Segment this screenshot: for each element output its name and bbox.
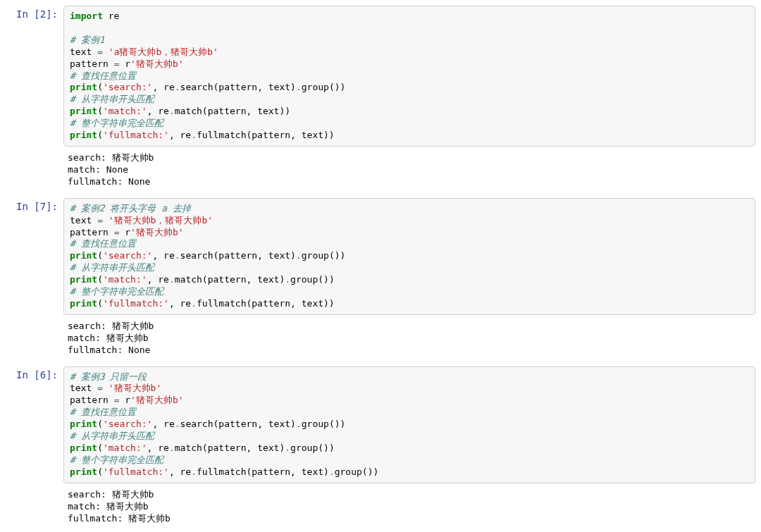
- code-text: , re: [147, 274, 169, 285]
- string: 'match:': [103, 443, 147, 453]
- comment: # 案例1: [70, 35, 104, 45]
- code-text: , re: [147, 106, 169, 116]
- operator: .: [175, 250, 180, 261]
- string: 'fullmatch:': [103, 466, 169, 477]
- code-text: pattern: [70, 227, 114, 237]
- operator: =: [97, 383, 103, 393]
- code-text: group()): [302, 419, 346, 429]
- operator: .: [296, 250, 302, 261]
- code-text: fullmatch(pattern, text): [197, 466, 329, 477]
- input-prompt: In [6]:: [6, 366, 63, 483]
- output-prompt: .: [6, 149, 63, 195]
- comment: # 整个字符串完全匹配: [70, 454, 163, 465]
- builtin: print: [70, 250, 97, 261]
- code-text: , re: [147, 443, 169, 453]
- code-text: r: [119, 395, 130, 405]
- code-text: [103, 215, 109, 225]
- operator: .: [191, 466, 197, 477]
- code-text: , re: [152, 419, 174, 429]
- code-text: , re: [169, 466, 191, 477]
- string: '猪哥大帅b': [130, 58, 183, 69]
- operator: .: [169, 274, 175, 285]
- code-text: fullmatch(pattern, text)): [197, 298, 335, 309]
- code-text: , re: [152, 250, 174, 261]
- output-prompt: .: [6, 318, 63, 364]
- code-text: re: [103, 11, 119, 21]
- comment: # 整个字符串完全匹配: [70, 286, 163, 297]
- code-text: r: [119, 227, 130, 237]
- code-text: , re: [152, 82, 174, 92]
- code-text: (: [97, 82, 103, 92]
- operator: .: [175, 82, 180, 92]
- code-input[interactable]: # 案例3 只留一段 text = '猪哥大帅b' pattern = r'猪哥…: [63, 366, 755, 483]
- operator: .: [285, 443, 290, 453]
- builtin: print: [70, 466, 97, 477]
- code-text: group()): [302, 250, 346, 261]
- code-text: (: [97, 130, 103, 140]
- operator: =: [97, 215, 103, 225]
- builtin: print: [70, 106, 97, 116]
- code-text: (: [97, 466, 103, 477]
- string: 'search:': [103, 82, 152, 92]
- keyword: import: [70, 11, 103, 21]
- builtin: print: [70, 130, 97, 140]
- builtin: print: [70, 274, 97, 285]
- string: '猪哥大帅b': [130, 227, 183, 237]
- comment: # 从字符串开头匹配: [70, 262, 154, 273]
- code-text: (: [97, 298, 103, 309]
- code-text: text: [70, 383, 97, 393]
- string: 'a猪哥大帅b，猪哥大帅b': [109, 47, 218, 57]
- code-text: , re: [169, 298, 191, 309]
- comment: # 案例3 只留一段: [70, 371, 147, 382]
- code-text: search(pattern, text): [180, 82, 296, 92]
- comment: # 查找任意位置: [70, 238, 136, 249]
- operator: .: [285, 274, 290, 285]
- output-cell: . search: 猪哥大帅b match: 猪哥大帅b fullmatch: …: [6, 318, 755, 364]
- code-text: pattern: [70, 395, 114, 405]
- code-text: search(pattern, text): [180, 250, 296, 261]
- code-text: r: [119, 58, 130, 69]
- comment: # 查找任意位置: [70, 407, 136, 417]
- code-text: [103, 47, 109, 57]
- string: 'search:': [103, 250, 152, 261]
- code-text: [103, 383, 109, 393]
- string: 'fullmatch:': [103, 298, 169, 309]
- comment: # 从字符串开头匹配: [70, 431, 154, 441]
- code-text: text: [70, 215, 97, 225]
- string: 'match:': [103, 106, 147, 116]
- string: 'search:': [103, 419, 152, 429]
- code-text: (: [97, 443, 103, 453]
- comment: # 从字符串开头匹配: [70, 94, 154, 104]
- string: '猪哥大帅b': [130, 395, 183, 405]
- code-output: search: 猪哥大帅b match: 猪哥大帅b fullmatch: 猪哥…: [63, 486, 755, 532]
- input-prompt: In [2]:: [6, 6, 63, 147]
- operator: =: [97, 47, 103, 57]
- code-input[interactable]: import re # 案例1 text = 'a猪哥大帅b，猪哥大帅b' pa…: [63, 6, 755, 147]
- output-cell: . search: 猪哥大帅b match: None fullmatch: N…: [6, 149, 755, 195]
- output-cell: . search: 猪哥大帅b match: 猪哥大帅b fullmatch: …: [6, 486, 755, 532]
- code-text: (: [97, 250, 103, 261]
- comment: # 案例2 将开头字母 a 去掉: [70, 203, 191, 214]
- operator: .: [191, 130, 197, 140]
- code-text: (: [97, 106, 103, 116]
- code-output: search: 猪哥大帅b match: None fullmatch: Non…: [63, 149, 755, 195]
- code-output: search: 猪哥大帅b match: 猪哥大帅b fullmatch: No…: [63, 318, 755, 364]
- builtin: print: [70, 82, 97, 92]
- output-prompt: .: [6, 486, 63, 532]
- code-text: (: [97, 419, 103, 429]
- code-text: (: [97, 274, 103, 285]
- comment: # 查找任意位置: [70, 70, 136, 81]
- code-cell: In [2]: import re # 案例1 text = 'a猪哥大帅b，猪…: [6, 6, 755, 147]
- operator: .: [191, 298, 197, 309]
- code-text: , re: [169, 130, 191, 140]
- code-input[interactable]: # 案例2 将开头字母 a 去掉 text = '猪哥大帅b，猪哥大帅b' pa…: [63, 198, 755, 315]
- string: 'fullmatch:': [103, 130, 169, 140]
- operator: .: [175, 419, 180, 429]
- input-prompt: In [7]:: [6, 198, 63, 315]
- code-text: group()): [302, 82, 346, 92]
- operator: .: [329, 466, 335, 477]
- code-text: group()): [335, 466, 379, 477]
- string: '猪哥大帅b，猪哥大帅b': [109, 215, 213, 225]
- code-text: search(pattern, text): [180, 419, 296, 429]
- operator: .: [169, 106, 175, 116]
